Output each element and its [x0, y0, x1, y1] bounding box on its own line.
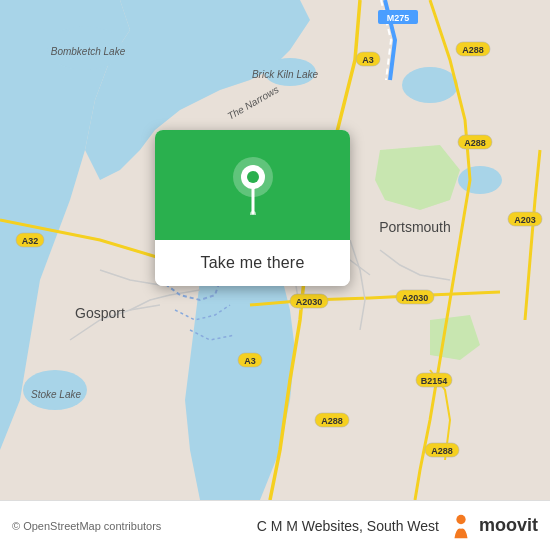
svg-text:A2030: A2030 — [296, 297, 323, 307]
svg-text:Bombketch Lake: Bombketch Lake — [51, 46, 126, 57]
moovit-brand-icon — [447, 512, 475, 540]
moovit-text: moovit — [479, 515, 538, 536]
bottom-info: C M M Websites, South West moovit — [257, 512, 538, 540]
attribution-text: © OpenStreetMap contributors — [12, 520, 161, 532]
popup-header — [155, 130, 350, 240]
svg-point-39 — [250, 211, 256, 215]
svg-text:M275: M275 — [387, 13, 410, 23]
location-pin-icon — [228, 155, 278, 215]
svg-text:Portsmouth: Portsmouth — [379, 219, 451, 235]
svg-point-40 — [456, 514, 465, 523]
take-me-there-button[interactable]: Take me there — [155, 240, 350, 286]
svg-text:A203: A203 — [514, 215, 536, 225]
bottom-bar: © OpenStreetMap contributors C M M Websi… — [0, 500, 550, 550]
svg-text:A288: A288 — [431, 446, 453, 456]
moovit-logo[interactable]: moovit — [447, 512, 538, 540]
svg-point-38 — [247, 171, 259, 183]
map-container: M275 A3 A3 A288 A288 A288 A288 A32 A2030… — [0, 0, 550, 500]
svg-text:Gosport: Gosport — [75, 305, 125, 321]
svg-text:Brick Kiln Lake: Brick Kiln Lake — [252, 69, 319, 80]
svg-text:A32: A32 — [22, 236, 39, 246]
svg-point-1 — [402, 67, 458, 103]
svg-text:A3: A3 — [244, 356, 256, 366]
popup-card: Take me there — [155, 130, 350, 286]
svg-text:A3: A3 — [362, 55, 374, 65]
location-text: C M M Websites, South West — [257, 518, 439, 534]
svg-text:A288: A288 — [321, 416, 343, 426]
svg-text:A2030: A2030 — [402, 293, 429, 303]
svg-point-2 — [458, 166, 502, 194]
svg-text:Stoke Lake: Stoke Lake — [31, 389, 81, 400]
svg-text:B2154: B2154 — [421, 376, 448, 386]
svg-text:A288: A288 — [464, 138, 486, 148]
svg-text:A288: A288 — [462, 45, 484, 55]
